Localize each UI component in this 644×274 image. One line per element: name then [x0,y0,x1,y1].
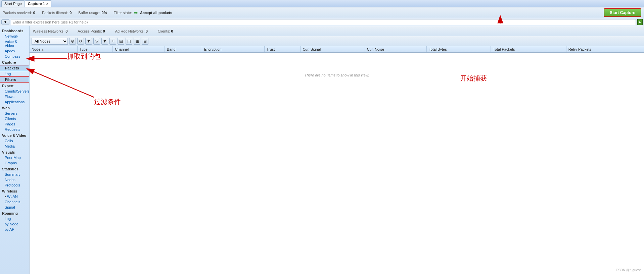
add-icon-button[interactable]: + [109,38,116,45]
sidebar-section-wireless: Wireless [0,188,29,194]
nodes-dropdown[interactable]: All Nodes Selected Nodes [32,38,68,45]
close-icon[interactable]: × [46,2,48,6]
sidebar-item-servers[interactable]: Servers [0,111,29,116]
empty-row: There are no items to show in this view. [30,53,644,97]
network-info-bar: Wireless Networks: 0 Access Points: 0 Ad… [30,26,644,36]
refresh-icon-button[interactable]: ↺ [77,38,84,45]
main-layout: DashboardsNetworkVoice & VideoApdexCompa… [0,26,644,274]
sidebar-section-roaming: Roaming [0,210,29,216]
sidebar-section-expert: Expert [0,83,29,89]
buffer-usage-label: Buffer usage: [78,11,100,15]
packets-received-label: Packets received: [3,11,32,15]
clients-label: Clients: [158,29,170,33]
sidebar-item-log[interactable]: Log [0,216,29,221]
filter-state: Filter state: ⇒ Accept all packets [113,10,172,15]
sidebar-item-clients[interactable]: Clients [0,116,29,121]
chart1-icon-button[interactable]: ▤ [118,38,124,45]
filter-dropdown-button[interactable]: ▼ [1,19,9,24]
sidebar-item-applications[interactable]: Applications [0,99,29,105]
filter-apply-button[interactable]: ▶ [637,19,643,25]
adhoc-networks-label: Ad Hoc Networks: [115,29,145,33]
col-totalPackets[interactable]: Total Packets [491,46,566,53]
access-points: Access Points: 0 [78,29,105,33]
chart4-icon-button[interactable]: ⊞ [142,38,148,45]
wireless-networks-label: Wireless Networks: [33,29,64,33]
col-node[interactable]: Node▲ [30,46,77,53]
start-page-label: Start Page [4,2,22,6]
capture-tab[interactable]: Capture 1 × [25,0,51,7]
sidebar-item-nodes[interactable]: Nodes [0,177,29,182]
sidebar-item-peer-map[interactable]: Peer Map [0,155,29,160]
chart2-icon-button[interactable]: ◫ [126,38,132,45]
col-trust[interactable]: Trust [264,46,301,53]
filter-state-label: Filter state: [113,11,132,15]
sidebar-item-voice-&-video[interactable]: Voice & Video [0,39,29,48]
sidebar-item-channels[interactable]: Channels [0,199,29,205]
nodes-table: Node▲TypeChannelBandEncryptionTrustCur. … [30,46,644,97]
sidebar-item-calls[interactable]: Calls [0,138,29,144]
sidebar-item-graphs[interactable]: Graphs [0,160,29,166]
table-header: Node▲TypeChannelBandEncryptionTrustCur. … [30,46,644,53]
sidebar-item-summary[interactable]: Summary [0,172,29,177]
col-encryption[interactable]: Encryption [202,46,264,53]
sidebar-item-requests[interactable]: Requests [0,127,29,132]
empty-message: There are no items to show in this view. [30,53,644,97]
sidebar-item-wlan[interactable]: WLAN [0,194,29,199]
sidebar-item-compass[interactable]: Compass [0,54,29,59]
sidebar-section-web: Web [0,105,29,111]
adhoc-networks: Ad Hoc Networks: 0 [115,29,148,33]
sidebar-section-voice-&-video: Voice & Video [0,132,29,138]
col-curNoise[interactable]: Cur. Noise [365,46,426,53]
packets-filtered: Packets filtered: 0 [42,11,72,15]
sidebar-item-by-ap[interactable]: by AP [0,227,29,232]
filter-icon-button[interactable]: ▽ [93,38,100,45]
buffer-usage-value: 0% [102,11,107,15]
sidebar-section-capture: Capture [0,59,29,65]
sidebar-item-protocols[interactable]: Protocols [0,182,29,188]
access-points-label: Access Points: [78,29,102,33]
sidebar: DashboardsNetworkVoice & VideoApdexCompa… [0,26,30,274]
buffer-usage: Buffer usage: 0% [78,11,107,15]
filter-input[interactable] [11,19,636,25]
sidebar-item-apdex[interactable]: Apdex [0,48,29,54]
wireless-networks: Wireless Networks: 0 [33,29,67,33]
start-page-tab[interactable]: Start Page [1,0,25,7]
filter-dropdown-icon: ▼ [4,20,7,24]
sidebar-item-signal[interactable]: Signal [0,205,29,210]
capture-tab-label: Capture 1 [28,2,45,6]
col-totalBytes[interactable]: Total Bytes [426,46,491,53]
table-body: There are no items to show in this view. [30,53,644,97]
sidebar-item-filters[interactable]: Filters [0,76,29,83]
sidebar-item-packets[interactable]: Packets [0,65,29,71]
packets-filtered-label: Packets filtered: [42,11,68,15]
col-band[interactable]: Band [165,46,202,53]
sidebar-item-by-node[interactable]: by Node [0,221,29,227]
sidebar-item-network[interactable]: Network [0,34,29,39]
packets-received: Packets received: 0 [3,11,35,15]
col-curSignal[interactable]: Cur. Signal [301,46,365,53]
sidebar-item-media[interactable]: Media [0,144,29,149]
sidebar-section-dashboards: Dashboards [0,28,29,34]
access-points-value: 0 [103,29,105,33]
status-bar: Packets received: 0 Packets filtered: 0 … [0,7,644,18]
content-toolbar: All Nodes Selected Nodes ⊙ ↺ ▼ ▽ ▼ + ▤ ◫… [30,36,644,46]
filter-bar: ▼ ▶ [0,18,644,26]
chart3-icon-button[interactable]: ▦ [134,38,140,45]
table-container: Node▲TypeChannelBandEncryptionTrustCur. … [30,46,644,274]
dropdown2-icon-button[interactable]: ▼ [101,38,108,45]
packets-filtered-value: 0 [70,11,72,15]
locate-icon-button[interactable]: ⊙ [69,38,76,45]
start-capture-button[interactable]: Start Capture [604,8,641,17]
sidebar-item-log[interactable]: Log [0,71,29,76]
watermark: CSDN @t_guest [616,268,641,272]
col-channel[interactable]: Channel [113,46,165,53]
col-type[interactable]: Type [77,46,113,53]
packets-received-value: 0 [33,11,35,15]
col-retryPackets[interactable]: Retry Packets [566,46,644,53]
sidebar-section-statistics: Statistics [0,166,29,172]
sidebar-item-flows[interactable]: Flows [0,94,29,99]
sidebar-item-clients-servers[interactable]: Clients/Servers [0,89,29,94]
sidebar-item-pages[interactable]: Pages [0,121,29,127]
dropdown-icon-button[interactable]: ▼ [85,38,92,45]
sidebar-section-visuals: Visuals [0,149,29,155]
